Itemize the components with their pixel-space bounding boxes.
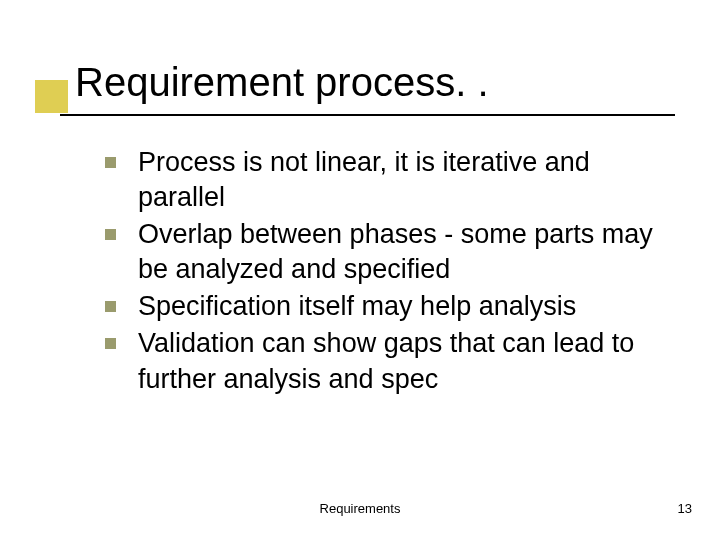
list-item-text: Specification itself may help analysis (138, 289, 576, 324)
square-bullet-icon (105, 338, 116, 349)
slide-title: Requirement process. . (75, 60, 489, 105)
square-bullet-icon (105, 301, 116, 312)
list-item: Validation can show gaps that can lead t… (105, 326, 665, 396)
square-bullet-icon (105, 229, 116, 240)
list-item: Overlap between phases - some parts may … (105, 217, 665, 287)
list-item-text: Overlap between phases - some parts may … (138, 217, 665, 287)
page-number: 13 (678, 501, 692, 516)
bullet-list: Process is not linear, it is iterative a… (105, 145, 665, 399)
list-item-text: Process is not linear, it is iterative a… (138, 145, 665, 215)
title-underline (60, 114, 675, 116)
square-bullet-icon (105, 157, 116, 168)
list-item: Process is not linear, it is iterative a… (105, 145, 665, 215)
list-item: Specification itself may help analysis (105, 289, 665, 324)
list-item-text: Validation can show gaps that can lead t… (138, 326, 665, 396)
footer-label: Requirements (0, 501, 720, 516)
title-accent-square (35, 80, 68, 113)
